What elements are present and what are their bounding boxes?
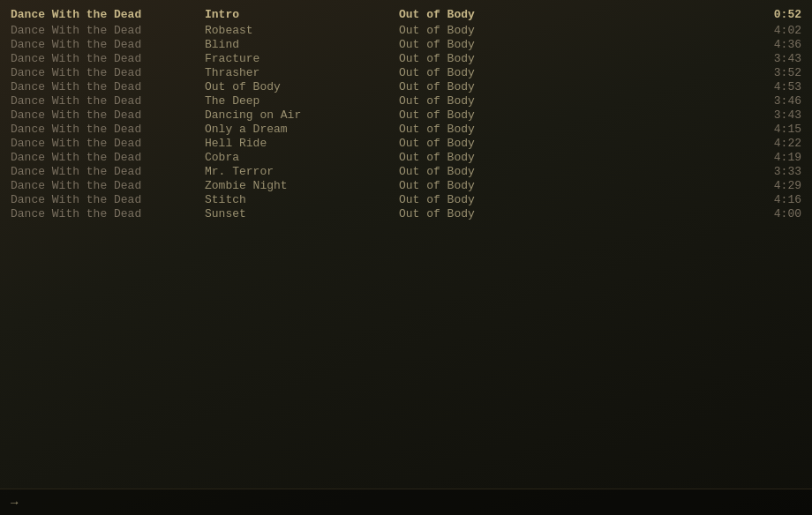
track-album: Out of Body (399, 207, 748, 220)
track-album: Out of Body (399, 179, 748, 192)
track-artist: Dance With the Dead (11, 66, 205, 79)
track-duration: 3:43 (748, 52, 801, 65)
track-album: Out of Body (399, 66, 748, 79)
track-duration: 4:22 (748, 137, 801, 150)
track-duration: 4:15 (748, 123, 801, 136)
track-title: Hell Ride (205, 137, 399, 150)
track-title: Sunset (205, 207, 399, 220)
header-duration: 0:52 (748, 8, 801, 21)
track-artist: Dance With the Dead (11, 38, 205, 51)
track-artist: Dance With the Dead (11, 108, 205, 122)
track-duration: 4:00 (748, 207, 801, 220)
track-duration: 4:16 (748, 193, 801, 206)
track-album: Out of Body (399, 151, 748, 164)
track-list-header: Dance With the Dead Intro Out of Body 0:… (0, 7, 812, 21)
track-album: Out of Body (399, 193, 748, 206)
track-row[interactable]: Dance With the DeadStitchOut of Body4:16 (0, 192, 812, 206)
track-artist: Dance With the Dead (11, 179, 205, 192)
track-duration: 3:46 (748, 94, 801, 108)
track-duration: 4:02 (748, 24, 801, 37)
track-artist: Dance With the Dead (11, 151, 205, 164)
arrow-icon: → (11, 496, 18, 510)
track-duration: 4:19 (748, 151, 801, 164)
track-duration: 3:43 (748, 108, 801, 122)
track-album: Out of Body (399, 80, 748, 93)
track-artist: Dance With the Dead (11, 193, 205, 206)
header-title: Intro (205, 8, 399, 21)
track-artist: Dance With the Dead (11, 207, 205, 220)
track-artist: Dance With the Dead (11, 80, 205, 93)
track-album: Out of Body (399, 165, 748, 178)
track-title: Only a Dream (205, 123, 399, 136)
track-title: Mr. Terror (205, 165, 399, 178)
track-row[interactable]: Dance With the DeadFractureOut of Body3:… (0, 51, 812, 65)
track-album: Out of Body (399, 94, 748, 108)
track-title: Zombie Night (205, 179, 399, 192)
track-title: Blind (205, 38, 399, 51)
track-row[interactable]: Dance With the DeadDancing on AirOut of … (0, 108, 812, 122)
track-album: Out of Body (399, 137, 748, 150)
track-duration: 4:29 (748, 179, 801, 192)
track-artist: Dance With the Dead (11, 94, 205, 108)
track-title: The Deep (205, 94, 399, 108)
track-album: Out of Body (399, 52, 748, 65)
track-title: Out of Body (205, 80, 399, 93)
track-row[interactable]: Dance With the DeadHell RideOut of Body4… (0, 136, 812, 150)
header-artist: Dance With the Dead (11, 8, 205, 21)
track-album: Out of Body (399, 38, 748, 51)
bottom-bar: → (0, 489, 812, 515)
track-title: Robeast (205, 24, 399, 37)
track-row[interactable]: Dance With the DeadOut of BodyOut of Bod… (0, 79, 812, 93)
track-artist: Dance With the Dead (11, 123, 205, 136)
track-album: Out of Body (399, 108, 748, 122)
track-title: Stitch (205, 193, 399, 206)
track-row[interactable]: Dance With the DeadZombie NightOut of Bo… (0, 178, 812, 192)
track-row[interactable]: Dance With the DeadThrasherOut of Body3:… (0, 65, 812, 79)
track-title: Thrasher (205, 66, 399, 79)
track-row[interactable]: Dance With the DeadThe DeepOut of Body3:… (0, 93, 812, 108)
track-title: Fracture (205, 52, 399, 65)
track-artist: Dance With the Dead (11, 165, 205, 178)
header-album: Out of Body (399, 8, 748, 21)
track-row[interactable]: Dance With the DeadBlindOut of Body4:36 (0, 37, 812, 51)
track-duration: 3:33 (748, 165, 801, 178)
track-row[interactable]: Dance With the DeadRobeastOut of Body4:0… (0, 23, 812, 37)
track-row[interactable]: Dance With the DeadSunsetOut of Body4:00 (0, 206, 812, 220)
track-duration: 4:36 (748, 38, 801, 51)
track-row[interactable]: Dance With the DeadCobraOut of Body4:19 (0, 150, 812, 164)
track-list: Dance With the Dead Intro Out of Body 0:… (0, 0, 812, 220)
track-album: Out of Body (399, 24, 748, 37)
track-artist: Dance With the Dead (11, 24, 205, 37)
track-album: Out of Body (399, 123, 748, 136)
track-title: Cobra (205, 151, 399, 164)
track-artist: Dance With the Dead (11, 52, 205, 65)
track-row[interactable]: Dance With the DeadOnly a DreamOut of Bo… (0, 122, 812, 136)
track-title: Dancing on Air (205, 108, 399, 122)
track-artist: Dance With the Dead (11, 137, 205, 150)
track-duration: 3:52 (748, 66, 801, 79)
track-duration: 4:53 (748, 80, 801, 93)
track-row[interactable]: Dance With the DeadMr. TerrorOut of Body… (0, 164, 812, 178)
